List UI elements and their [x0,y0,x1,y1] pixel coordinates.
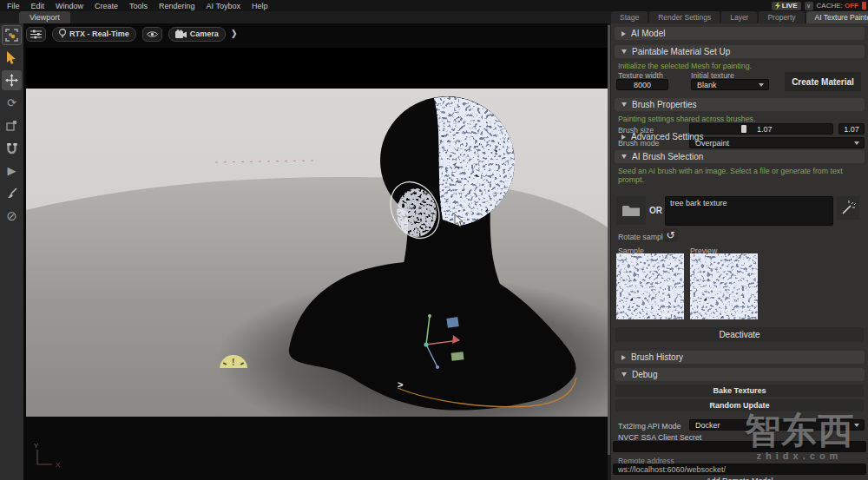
rotate-sample-label: Rotate sample [618,233,667,241]
ai-texture-painter-panel: AI Model Paintable Material Set Up Initi… [611,23,868,480]
viewport-toolbar: RTX - Real-Time Camera 》 [26,24,240,43]
bake-textures-button[interactable]: Bake Textures [615,385,864,397]
menu-file[interactable]: File [7,2,20,10]
svg-text:!: ! [232,358,234,367]
add-remote-model-button[interactable]: Add Remote Model [615,477,864,480]
sample-thumbnail[interactable] [616,253,684,319]
section-ai-brush-selection[interactable]: AI Brush Selection [615,150,865,163]
renderer-label: RTX - Real-Time [69,30,129,38]
menu-edit[interactable]: Edit [31,2,45,10]
live-badge[interactable]: LIVE [772,2,801,10]
rotate-sample-button[interactable]: ↺ [663,228,678,242]
live-dropdown-arrow-icon[interactable]: ∨ [805,2,813,10]
panel-tabs: Stage Render Settings Layer Property AI … [611,11,868,23]
or-label: OR [649,206,662,215]
section-brush-history[interactable]: Brush History [615,351,865,364]
expand-arrow-icon [621,372,627,377]
panel-scrollbar[interactable] [608,25,610,455]
collapse-arrow-icon [621,355,626,360]
renderer-button[interactable]: RTX - Real-Time [52,27,136,42]
tab-property[interactable]: Property [759,11,804,23]
play-icon[interactable]: ▶ [2,161,22,181]
lightbulb-icon [59,29,66,39]
collapse-arrow-icon [621,31,626,36]
menu-rendering[interactable]: Rendering [159,2,195,10]
menu-help[interactable]: Help [252,2,268,10]
cache-off-value: OFF [845,2,858,10]
sliders-icon [30,30,42,39]
dropdown-arrow-icon [854,424,859,427]
expand-arrow-icon [621,155,627,159]
cache-indicator-icon [862,2,866,10]
brush-properties-hint: Painting settings shared across brushes. [618,115,861,123]
axis-x-label: X [56,461,61,469]
live-label: LIVE [782,2,798,10]
generate-button[interactable] [837,196,859,220]
menu-ai-toybox[interactable]: AI Toybox [207,2,240,10]
section-paintable-material[interactable]: Paintable Material Set Up [615,45,865,58]
select-mode-icon[interactable] [2,25,22,45]
tab-stage[interactable]: Stage [611,11,648,23]
expand-arrow-icon [621,49,627,54]
section-ai-model[interactable]: AI Model [615,27,865,40]
paint-brush-icon[interactable] [2,183,22,203]
scale-tool-icon[interactable] [2,115,22,135]
app-window: File Edit Window Create Tools Rendering … [0,0,868,480]
cache-status: CACHE: OFF [817,2,858,10]
secret-input[interactable] [613,441,866,452]
left-toolbar: ⟳ ▶ ⊘ [0,23,23,480]
texture-width-input[interactable] [616,79,668,90]
lightning-icon [775,2,780,10]
preview-thumbnail[interactable] [690,253,758,319]
paintable-hint: Initialize the selected Mesh for paintin… [618,62,861,70]
section-brush-properties[interactable]: Brush Properties [615,98,865,111]
ai-brush-hint: Seed an AI brush with an image. Select a… [618,167,861,184]
axis-y-label: Y [34,442,39,450]
remote-address-input[interactable] [613,464,866,475]
deactivate-button[interactable]: Deactivate [615,327,864,342]
menu-create[interactable]: Create [95,2,118,10]
tab-layer[interactable]: Layer [721,11,757,23]
initial-texture-dropdown[interactable]: Blank [691,79,769,90]
snap-magnet-icon[interactable] [2,138,22,158]
eye-icon [147,30,158,38]
create-material-button[interactable]: Create Material [785,72,861,91]
tab-ai-texture-painter[interactable]: AI Texture Painter [806,11,868,23]
expand-arrow-icon [621,102,627,107]
folder-icon [622,204,640,217]
rotate-tool-icon[interactable]: ⟳ [2,93,22,113]
prompt-input[interactable]: tree bark texture [665,196,833,226]
render-area[interactable]: > ! [26,48,608,417]
edge-chevron-marker: > [398,379,403,390]
section-advanced-settings[interactable]: Advanced Settings [615,130,865,143]
tab-row: Viewport Stage Render Settings Layer Pro… [0,11,868,23]
move-tool-icon[interactable] [2,70,22,90]
api-mode-dropdown[interactable]: Docker [689,419,865,431]
cursor-tool-icon[interactable] [2,48,22,68]
dropdown-arrow-icon [759,83,764,87]
random-update-button[interactable]: Random Update [615,399,864,411]
tab-viewport[interactable]: Viewport [19,11,70,23]
menu-tools[interactable]: Tools [129,2,148,10]
scene-3d: > ! [26,48,608,417]
file-picker-button[interactable] [616,196,646,225]
toolbar-expand-chevron-icon[interactable]: 》 [232,28,240,41]
tab-render-settings[interactable]: Render Settings [649,11,720,23]
api-mode-label: Txt2Img API Mode [618,422,681,431]
camera-label: Camera [190,30,219,38]
disable-icon[interactable]: ⊘ [2,206,22,226]
camera-button[interactable]: Camera [168,27,226,42]
collapse-arrow-icon [621,135,626,140]
visibility-button[interactable] [142,27,162,42]
magic-wand-icon [841,201,856,215]
camera-icon [175,30,187,38]
viewport-3d[interactable]: RTX - Real-Time Camera 》 [23,23,608,480]
section-debug[interactable]: Debug [615,368,865,381]
menu-window[interactable]: Window [56,2,83,10]
world-axis-indicator: Y X [30,440,70,475]
menu-bar: File Edit Window Create Tools Rendering … [0,0,868,11]
viewport-settings-button[interactable] [26,27,46,42]
